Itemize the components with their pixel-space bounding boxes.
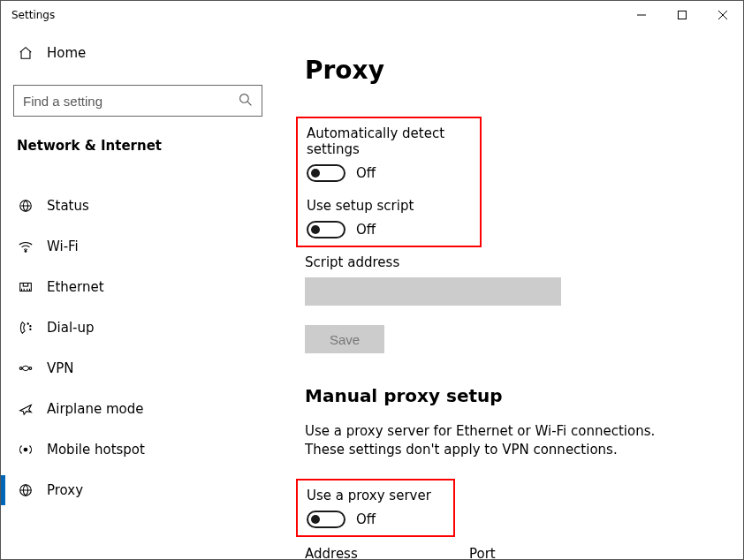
content-pane: Proxy Automatically detect settings Off …	[275, 29, 743, 559]
svg-point-7	[25, 251, 27, 253]
auto-detect-label: Automatically detect settings	[307, 125, 471, 157]
svg-point-14	[27, 323, 28, 324]
svg-point-15	[30, 326, 31, 327]
use-proxy-label: Use a proxy server	[307, 488, 444, 503]
svg-point-17	[19, 367, 22, 370]
proxy-icon	[17, 482, 34, 498]
use-proxy-state: Off	[356, 511, 376, 527]
svg-rect-9	[23, 284, 27, 287]
port-label: Port	[469, 546, 549, 559]
sidebar-item-proxy[interactable]: Proxy	[13, 470, 262, 511]
titlebar: Settings	[1, 1, 743, 29]
manual-help-text: Use a proxy server for Ethernet or Wi-Fi…	[305, 422, 694, 459]
home-icon	[17, 45, 34, 61]
category-header: Network & Internet	[13, 138, 262, 154]
highlight-auto-section: Automatically detect settings Off Use se…	[296, 117, 482, 247]
home-nav[interactable]: Home	[13, 35, 262, 71]
airplane-icon	[17, 401, 34, 417]
search-input-container[interactable]	[13, 85, 262, 117]
search-icon	[239, 93, 253, 110]
hotspot-icon	[17, 442, 34, 458]
save-button[interactable]: Save	[305, 325, 384, 353]
script-address-input[interactable]	[305, 277, 561, 306]
script-address-label: Script address	[305, 254, 720, 270]
sidebar-item-dialup[interactable]: Dial-up	[13, 307, 262, 348]
sidebar-item-ethernet[interactable]: Ethernet	[13, 267, 262, 307]
sidebar-item-wifi[interactable]: Wi-Fi	[13, 226, 262, 267]
wifi-icon	[17, 238, 34, 254]
highlight-proxy-section: Use a proxy server Off	[296, 479, 455, 537]
sidebar-item-vpn[interactable]: VPN	[13, 348, 262, 389]
status-icon	[17, 198, 34, 214]
sidebar-item-status[interactable]: Status	[13, 185, 262, 226]
setup-script-toggle[interactable]	[307, 221, 345, 238]
ethernet-icon	[17, 279, 34, 295]
close-button[interactable]	[702, 1, 743, 29]
dialup-icon	[17, 320, 34, 336]
sidebar: Home Network & Internet Status Wi-Fi	[1, 29, 275, 559]
vpn-icon	[17, 360, 34, 376]
setup-script-state: Off	[356, 222, 376, 238]
sidebar-item-hotspot[interactable]: Mobile hotspot	[13, 429, 262, 470]
svg-point-16	[30, 329, 31, 329]
svg-line-5	[247, 102, 251, 105]
page-title: Proxy	[305, 56, 720, 85]
svg-point-4	[240, 94, 249, 102]
setup-script-label: Use setup script	[307, 198, 471, 214]
address-label: Address	[305, 546, 437, 559]
manual-heading: Manual proxy setup	[305, 385, 720, 406]
home-label: Home	[47, 45, 86, 61]
svg-point-19	[24, 448, 27, 451]
use-proxy-toggle[interactable]	[307, 511, 345, 528]
window-title: Settings	[11, 9, 55, 21]
auto-detect-toggle[interactable]	[307, 164, 345, 182]
svg-rect-1	[679, 11, 687, 19]
minimize-button[interactable]	[621, 1, 662, 29]
sidebar-item-airplane[interactable]: Airplane mode	[13, 389, 262, 429]
maximize-button[interactable]	[662, 1, 702, 29]
auto-detect-state: Off	[356, 165, 376, 181]
search-input[interactable]	[23, 94, 239, 109]
svg-point-18	[29, 367, 32, 370]
